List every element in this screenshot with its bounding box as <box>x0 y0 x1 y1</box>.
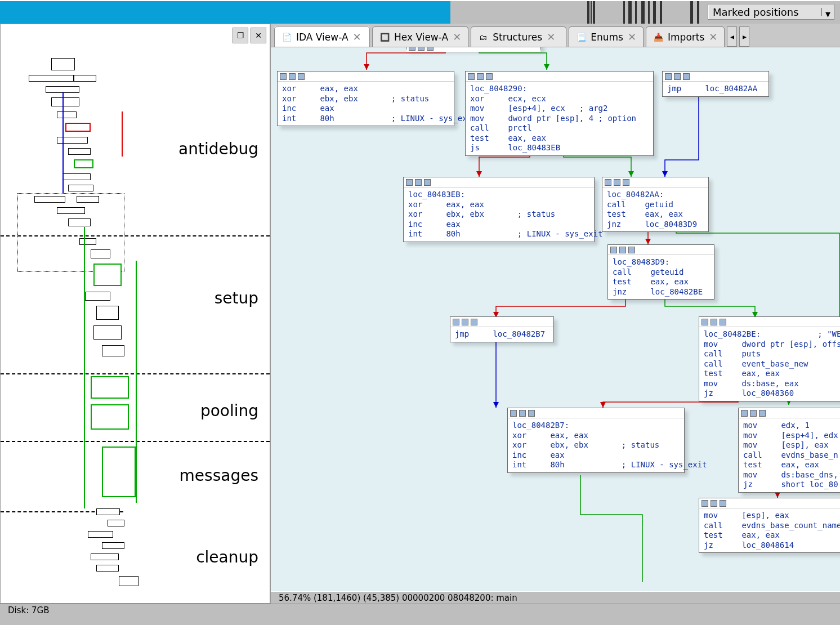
section-label-antidebug: antidebug <box>178 140 258 158</box>
chevron-down-icon: ▾ <box>821 8 829 16</box>
disasm-node-8048290[interactable]: loc_8048290: xor ecx, ecx mov [esp+4], e… <box>465 71 654 156</box>
graph-overview-panel[interactable]: ❐ ✕ antidebug setup pooling messages cle… <box>0 24 270 604</box>
close-icon[interactable]: ✕ <box>353 31 361 43</box>
tabs-bar: 📄 IDA View-A ✕ 🔲 Hex View-A ✕ 🗂 Structur… <box>271 24 840 47</box>
navigation-strip: Marked positions ▾ <box>0 0 840 24</box>
svg-marker-9 <box>600 402 606 408</box>
disasm-node-jmp-80482b7[interactable]: jmp loc_80482B7 <box>450 316 554 342</box>
node-content: loc_8048290: xor ecx, ecx mov [esp+4], e… <box>466 82 653 155</box>
node-content: xor eax, eax xor ebx, ebx ; status inc e… <box>278 82 454 126</box>
status-text: 56.74% (181,1460) (45,385) 00000200 0804… <box>279 593 517 603</box>
overview-close-button[interactable]: ✕ <box>251 28 266 43</box>
tab-scroll-left[interactable]: ◂ <box>727 26 737 47</box>
disasm-node-count-name[interactable]: mov [esp], eax call evdns_base_count_nam… <box>699 498 840 553</box>
svg-marker-8 <box>493 402 499 408</box>
section-label-messages: messages <box>180 466 258 485</box>
enum-icon: 📃 <box>576 32 586 42</box>
nav-strip-region[interactable]: Marked positions ▾ <box>450 1 840 24</box>
node-content: jmp loc_80482AA <box>663 82 768 96</box>
close-icon[interactable]: ✕ <box>547 31 555 43</box>
tab-label: Structures <box>493 32 542 43</box>
function-overview[interactable]: antidebug setup pooling messages cleanup <box>1 58 270 603</box>
tab-scroll-right[interactable]: ▸ <box>739 26 749 47</box>
disasm-node-80482aa[interactable]: loc_80482AA: call getuid test eax, eax j… <box>602 177 709 232</box>
disasm-node-80482be[interactable]: loc_80482BE: ; "WE mov dword ptr [esp], … <box>699 316 840 401</box>
svg-marker-11 <box>775 492 780 498</box>
svg-marker-0 <box>364 64 369 70</box>
close-icon[interactable]: ✕ <box>709 31 717 43</box>
disk-status: Disk: 7GB <box>8 605 50 615</box>
node-content: loc_80483D9: call geteuid test eax, eax … <box>608 255 714 299</box>
close-icon[interactable]: ✕ <box>453 31 461 43</box>
tab-ida-view-a[interactable]: 📄 IDA View-A ✕ <box>274 26 370 47</box>
svg-marker-1 <box>544 64 549 70</box>
node-content: mov [esp], eax call evdns_base_count_nam… <box>699 508 840 552</box>
tab-structures[interactable]: 🗂 Structures ✕ <box>471 26 566 47</box>
node-content: loc_80482B7: xor eax, eax xor ebx, ebx ;… <box>508 418 684 472</box>
section-label-pooling: pooling <box>200 401 258 420</box>
tab-imports[interactable]: 📥 Imports ✕ <box>646 26 725 47</box>
document-icon: 📄 <box>282 32 292 42</box>
svg-marker-3 <box>628 171 634 177</box>
disasm-node-80483d9[interactable]: loc_80483D9: call geteuid test eax, eax … <box>607 244 714 300</box>
svg-marker-4 <box>662 171 668 177</box>
section-label-setup: setup <box>215 289 258 307</box>
node-content: loc_80483EB: xor eax, eax xor ebx, ebx ;… <box>404 188 594 242</box>
svg-marker-5 <box>645 239 651 244</box>
hex-icon: 🔲 <box>379 32 390 42</box>
marked-positions-label: Marked positions <box>713 6 799 18</box>
overview-restore-button[interactable]: ❐ <box>233 28 248 43</box>
close-icon[interactable]: ✕ <box>628 31 636 43</box>
node-content: jmp loc_80482B7 <box>450 327 553 342</box>
node-content: mov edx, 1 mov [esp+4], edx mov [esp], e… <box>739 418 840 492</box>
tab-label: Imports <box>668 32 704 43</box>
tab-label: Enums <box>591 32 623 43</box>
tab-label: Hex View-A <box>394 32 448 43</box>
tab-label: IDA View-A <box>296 32 348 43</box>
control-flow-graph[interactable]: xor eax, eax xor ebx, ebx ; status inc e… <box>271 47 840 591</box>
graph-status-bar: 56.74% (181,1460) (45,385) 00000200 0804… <box>271 591 840 604</box>
nav-barcode-3 <box>690 1 699 24</box>
marked-positions-dropdown[interactable]: Marked positions ▾ <box>708 4 834 20</box>
nav-barcode-1 <box>587 1 595 24</box>
svg-marker-2 <box>476 171 482 177</box>
disasm-node-jmp-80482aa[interactable]: jmp loc_80482AA <box>662 71 769 97</box>
disasm-node-exit1[interactable]: xor eax, eax xor ebx, ebx ; status inc e… <box>277 71 454 126</box>
tab-hex-view-a[interactable]: 🔲 Hex View-A ✕ <box>372 26 468 47</box>
disasm-node-80482b7[interactable]: loc_80482B7: xor eax, eax xor ebx, ebx ;… <box>507 408 685 473</box>
import-icon: 📥 <box>653 32 663 42</box>
struct-icon: 🗂 <box>478 32 488 42</box>
tab-enums[interactable]: 📃 Enums ✕ <box>569 26 644 47</box>
global-status-bar: Disk: 7GB <box>0 604 840 616</box>
disasm-node-80483eb[interactable]: loc_80483EB: xor eax, eax xor ebx, ebx ;… <box>403 177 595 242</box>
node-content: loc_80482AA: call getuid test eax, eax j… <box>602 188 708 231</box>
disasm-node[interactable] <box>406 47 541 50</box>
nav-barcode-2 <box>623 1 662 24</box>
node-content: loc_80482BE: ; "WE mov dword ptr [esp], … <box>699 327 840 401</box>
nav-strip-code[interactable] <box>0 1 450 24</box>
section-label-cleanup: cleanup <box>196 548 258 566</box>
disasm-node-evdns-base[interactable]: mov edx, 1 mov [esp+4], edx mov [esp], e… <box>738 408 840 493</box>
